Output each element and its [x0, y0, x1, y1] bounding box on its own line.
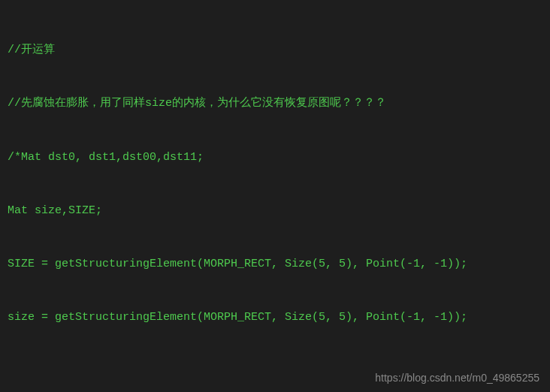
code-block: //开运算 //先腐蚀在膨胀，用了同样size的内核，为什么它没有恢复原图呢？？… — [8, 6, 542, 392]
code-line: /*Mat dst0, dst1,dst00,dst11; — [8, 149, 542, 167]
code-line: SIZE = getStructuringElement(MORPH_RECT,… — [8, 255, 542, 273]
code-line: //先腐蚀在膨胀，用了同样size的内核，为什么它没有恢复原图呢？？？？ — [8, 95, 542, 113]
code-line: Mat size,SIZE; — [8, 202, 542, 220]
code-line: size = getStructuringElement(MORPH_RECT,… — [8, 309, 542, 327]
code-line: //开运算 — [8, 41, 542, 59]
watermark-text: https://blog.csdn.net/m0_49865255 — [375, 369, 539, 386]
